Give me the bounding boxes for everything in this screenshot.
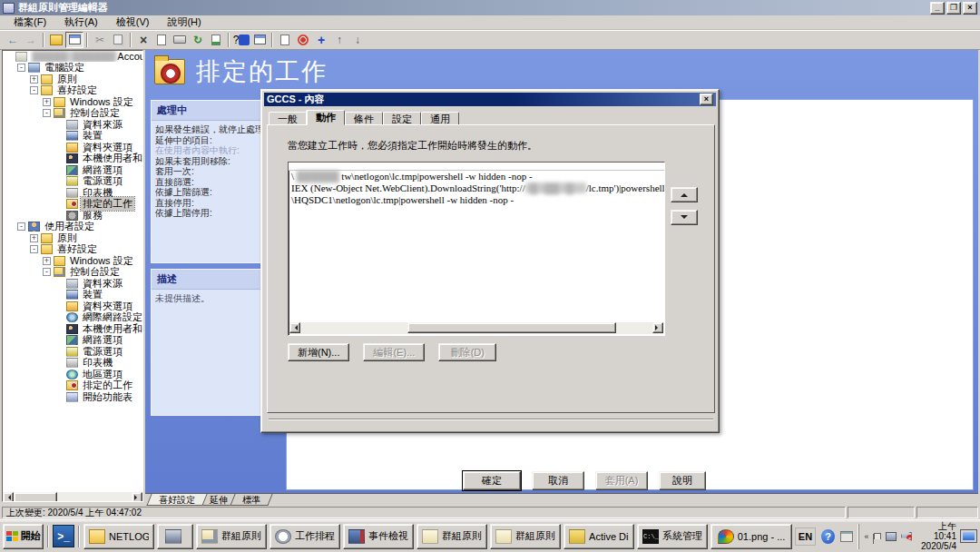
tree-expander[interactable]: + xyxy=(43,98,51,106)
edit-button[interactable]: 編輯(E)... xyxy=(363,343,425,361)
export-list-icon[interactable] xyxy=(207,32,225,48)
scroll-right-arrow[interactable] xyxy=(652,322,663,333)
close-button[interactable]: × xyxy=(963,2,977,15)
window-tray-icon[interactable] xyxy=(840,531,852,542)
scroll-right-arrow[interactable] xyxy=(132,492,142,502)
taskbar-active-directory[interactable]: Active Dir... xyxy=(564,524,634,549)
help-button[interactable]: 說明 xyxy=(659,471,706,490)
taskbar-event-viewer[interactable]: 事件檢視... xyxy=(343,524,414,549)
action-item[interactable]: \ ██████ tw\netlogon\lc.tmp|powershell -… xyxy=(289,171,664,182)
dialog-titlebar[interactable]: GCCS - 內容 × xyxy=(264,93,716,106)
list-horizontal-scrollbar[interactable] xyxy=(289,322,663,334)
move-up-button[interactable] xyxy=(671,187,698,202)
action-center-flag-icon[interactable] xyxy=(874,533,882,539)
scroll-left-arrow[interactable] xyxy=(289,322,300,333)
taskbar-group-policy-editor-2[interactable]: 群組原則... xyxy=(490,524,561,549)
scroll-left-arrow[interactable] xyxy=(3,492,14,502)
move-down-button[interactable] xyxy=(671,210,698,225)
dialog-tab[interactable]: 設定 xyxy=(383,112,421,125)
tree-item[interactable]: 開始功能表 xyxy=(3,391,142,403)
cancel-button[interactable]: 取消 xyxy=(532,471,584,490)
dialog-tab[interactable]: 一般 xyxy=(269,112,307,125)
taskbar-paint-01png[interactable]: 01.png - ... xyxy=(710,524,792,549)
tree-item[interactable]: 排定的工作 xyxy=(3,199,142,211)
delete-icon[interactable]: × xyxy=(134,32,152,48)
tree-expander[interactable]: - xyxy=(17,222,25,231)
tree-expander[interactable]: - xyxy=(43,268,51,276)
window-titlebar[interactable]: 群組原則管理編輯器 _ ❐ × xyxy=(0,0,980,15)
hidden-icons-chevron[interactable]: « xyxy=(865,532,869,541)
taskbar-clock[interactable]: 上午 10:41 2020/5/4 xyxy=(916,521,956,551)
add-icon[interactable]: + xyxy=(312,32,330,48)
view-tabs: 喜好設定 延伸 標準 xyxy=(145,493,978,506)
scroll-thumb[interactable] xyxy=(14,492,57,502)
dialog-tab[interactable]: 條件 xyxy=(345,112,383,125)
restore-button[interactable]: ❐ xyxy=(946,2,961,15)
tree-expander[interactable]: - xyxy=(17,64,25,72)
move-up-icon[interactable]: ↑ xyxy=(330,32,348,48)
actions-listbox[interactable]: \ ██████ tw\netlogon\lc.tmp|powershell -… xyxy=(288,162,665,336)
copy-icon[interactable] xyxy=(109,32,127,48)
refresh-icon[interactable]: ↻ xyxy=(189,32,207,48)
taskbar-group-policy-mgmt[interactable]: 群組原則... xyxy=(196,524,267,549)
taskbar-gpmc-icononly[interactable] xyxy=(157,524,193,549)
display-tray-icon[interactable] xyxy=(961,530,976,542)
tree-item[interactable]: 資料來源 xyxy=(3,278,142,290)
help-icon[interactable]: ? xyxy=(232,32,250,48)
toolbar-separator[interactable] xyxy=(43,33,44,47)
dialog-close-button[interactable]: × xyxy=(700,94,713,105)
dialog-tab[interactable]: 動作 xyxy=(307,110,345,125)
toolbar-separator[interactable] xyxy=(86,33,88,47)
report-icon[interactable] xyxy=(276,32,294,48)
taskbar-group-policy-editor-1[interactable]: 群組原則... xyxy=(416,524,487,549)
tree-expander[interactable]: + xyxy=(43,257,51,265)
tree-item[interactable]: 電源選項 xyxy=(3,346,142,358)
network-icon[interactable] xyxy=(886,532,897,541)
menu-item[interactable]: 檔案(F) xyxy=(5,15,54,30)
help-tray-icon[interactable]: ? xyxy=(821,529,835,544)
tree-expander[interactable]: + xyxy=(30,75,38,84)
powershell-quicklaunch-icon[interactable]: >_ xyxy=(53,525,74,547)
taskbar-task-scheduler[interactable]: 工作排程... xyxy=(270,524,340,549)
toolbar-separator[interactable] xyxy=(130,33,132,47)
language-indicator[interactable]: EN xyxy=(795,527,816,546)
tree-expander[interactable]: - xyxy=(43,109,51,117)
action-item[interactable]: \HQSDC1\netlogon\lc.tmp|powershell -w hi… xyxy=(289,194,664,206)
tree-expander[interactable]: - xyxy=(30,86,38,94)
apply-button[interactable]: 套用(A) xyxy=(595,471,648,490)
menu-item[interactable]: 檢視(V) xyxy=(108,15,158,30)
dialog-tab[interactable]: 通用 xyxy=(421,112,459,125)
console-window-icon[interactable] xyxy=(250,32,269,48)
tree-expander[interactable]: - xyxy=(30,245,38,253)
block-icon[interactable] xyxy=(294,32,312,48)
ok-button[interactable]: 確定 xyxy=(463,471,521,490)
toolbar-separator[interactable] xyxy=(228,33,230,47)
up-one-level-icon[interactable] xyxy=(47,32,65,48)
scroll-thumb[interactable] xyxy=(407,322,616,333)
menu-item[interactable]: 說明(H) xyxy=(159,15,209,30)
taskbar-netlogon-folder[interactable]: NETLOG... xyxy=(83,524,154,549)
delete-button[interactable]: 刪除(D) xyxy=(438,343,496,361)
toolbar-separator[interactable] xyxy=(271,33,273,47)
taskbar-admin-cmd[interactable]: C:\_ 系統管理... xyxy=(637,524,708,549)
tree-item[interactable]: █████_██████ Account Policy [ xyxy=(3,51,142,63)
minimize-button[interactable]: _ xyxy=(930,2,945,15)
forward-icon[interactable]: → xyxy=(22,32,40,48)
action-item[interactable]: IEX (New-Object Net.WebClient).DownloadS… xyxy=(289,182,664,194)
properties-icon[interactable] xyxy=(152,32,171,48)
back-icon[interactable]: ← xyxy=(4,32,22,48)
print-icon[interactable] xyxy=(171,32,189,48)
show-console-tree-icon[interactable] xyxy=(65,32,83,48)
tree-expander[interactable]: + xyxy=(30,234,38,242)
move-down-icon[interactable]: ↓ xyxy=(348,32,367,48)
tree-item[interactable]: 資料來源 xyxy=(3,119,142,131)
start-button[interactable]: 開始 xyxy=(3,524,44,549)
tree-horizontal-scrollbar[interactable] xyxy=(3,492,142,502)
volume-muted-icon[interactable]: × xyxy=(901,532,911,541)
view-tab[interactable]: 喜好設定 xyxy=(146,494,207,506)
menu-item[interactable]: 執行(A) xyxy=(56,15,106,30)
tree-item[interactable]: 電源選項 xyxy=(3,176,142,188)
view-tab[interactable]: 標準 xyxy=(230,494,272,506)
cut-icon[interactable]: ✂ xyxy=(91,32,109,48)
new-button[interactable]: 新增(N)... xyxy=(288,343,349,361)
